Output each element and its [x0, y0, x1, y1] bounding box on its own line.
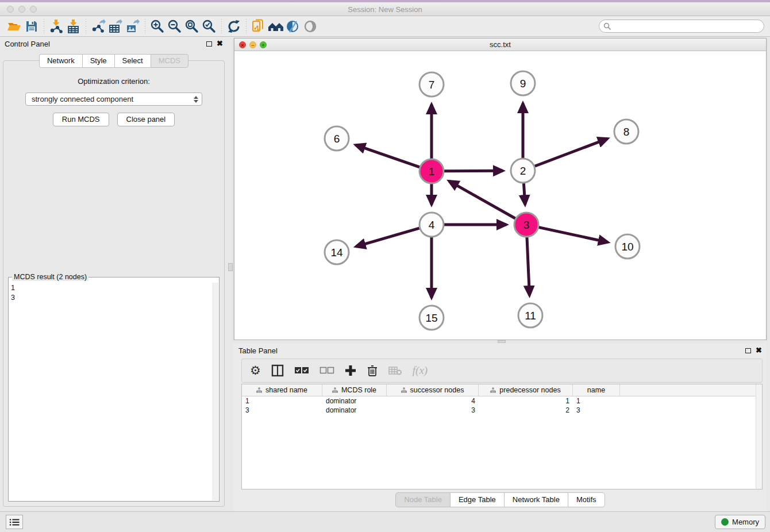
mcds-result-text[interactable]: 1 3	[11, 283, 212, 500]
tab-node-table[interactable]: Node Table	[395, 492, 450, 507]
save-session-button[interactable]	[23, 18, 40, 34]
first-neighbors-button[interactable]	[225, 18, 242, 34]
column-header-MCDS-role[interactable]: MCDS role	[322, 384, 387, 396]
edge-3-10[interactable]	[539, 228, 608, 242]
table-cell[interactable]: 1	[242, 396, 322, 406]
save-session-icon	[25, 20, 38, 33]
task-history-button[interactable]	[6, 515, 23, 529]
delete-table-icon	[388, 365, 402, 376]
export-image-button[interactable]	[124, 18, 141, 34]
import-table-icon	[66, 19, 81, 34]
toolbar-separator	[145, 19, 145, 34]
delete-column-button[interactable]	[367, 363, 378, 379]
node-table: shared nameMCDS rolesuccessor nodesprede…	[241, 384, 763, 489]
zoom-out-button[interactable]	[166, 18, 183, 34]
edge-3-1[interactable]	[449, 181, 515, 218]
float-panel-icon[interactable]	[745, 348, 751, 353]
criterion-select[interactable]: strongly connected component	[25, 92, 202, 106]
splitter-handle[interactable]	[228, 263, 233, 271]
edge-3-11[interactable]	[527, 237, 529, 295]
network-view-window: × − + scc.txt 7968124314101511	[234, 38, 767, 340]
open-session-button[interactable]	[6, 18, 23, 34]
search-area	[599, 20, 764, 33]
export-table-button[interactable]	[107, 18, 124, 34]
zoom-selected-button[interactable]	[201, 18, 218, 34]
select-stepper-icon	[194, 96, 198, 103]
float-panel-icon[interactable]	[206, 41, 212, 47]
column-header-name[interactable]: name	[573, 384, 620, 396]
node-label-6: 6	[334, 133, 340, 145]
tab-network[interactable]: Network	[39, 54, 82, 68]
home-icon	[267, 20, 284, 33]
function-builder-button[interactable]: f(x)	[413, 363, 428, 379]
edge-4-14[interactable]	[356, 228, 419, 246]
tab-edge-table[interactable]: Edge Table	[450, 492, 504, 507]
select-all-columns-button[interactable]	[294, 363, 309, 379]
splitter-handle[interactable]	[498, 340, 506, 343]
memory-button[interactable]: Memory	[715, 515, 765, 529]
control-panel-header: Control Panel ✖	[0, 37, 228, 51]
export-network-button[interactable]	[90, 18, 107, 34]
zoom-fit-button[interactable]	[183, 18, 201, 34]
close-panel-button[interactable]: Close panel	[117, 113, 175, 126]
network-window-titlebar[interactable]: × − + scc.txt	[234, 38, 766, 51]
table-cell[interactable]: 1	[479, 396, 573, 406]
column-pane-button[interactable]	[271, 363, 284, 379]
hide-details-button[interactable]	[284, 18, 302, 34]
table-row[interactable]: 1dominator411	[242, 396, 762, 406]
table-settings-button[interactable]: ⚙	[250, 363, 261, 379]
table-cell[interactable]: dominator	[322, 396, 387, 406]
vertical-splitter[interactable]	[228, 37, 234, 511]
control-panel-tabs: Network Style Select MCDS	[0, 54, 228, 68]
column-pane-icon	[271, 364, 284, 377]
import-network-button[interactable]	[48, 18, 65, 34]
export-network-icon	[91, 19, 106, 34]
network-window-title: scc.txt	[234, 40, 766, 49]
column-header-successor-nodes[interactable]: successor nodes	[387, 384, 479, 396]
edge-2-8[interactable]	[535, 138, 608, 166]
network-canvas[interactable]: 7968124314101511	[234, 51, 766, 340]
table-cell[interactable]: 3	[573, 406, 620, 415]
bird-button[interactable]	[302, 18, 319, 34]
toolbar-separator	[86, 19, 86, 34]
memory-status-icon	[721, 518, 729, 526]
bird-icon	[303, 19, 318, 34]
node-label-9: 9	[520, 78, 526, 90]
tab-mcds[interactable]: MCDS	[151, 54, 188, 68]
unselect-all-columns-button[interactable]	[319, 363, 334, 379]
tab-motifs[interactable]: Motifs	[568, 492, 605, 507]
import-table-button[interactable]	[65, 18, 82, 34]
home-button[interactable]	[267, 18, 284, 34]
select-all-columns-icon	[294, 367, 309, 375]
node-label-7: 7	[429, 79, 435, 91]
column-header-predecessor-nodes[interactable]: predecessor nodes	[479, 384, 573, 396]
table-cell[interactable]: 3	[242, 406, 322, 415]
column-header-shared-name[interactable]: shared name	[242, 384, 322, 396]
table-cell[interactable]: 2	[479, 406, 573, 415]
main-toolbar	[0, 16, 770, 37]
result-scrollbar[interactable]	[212, 283, 218, 500]
tab-network-table[interactable]: Network Table	[504, 492, 568, 507]
table-scrollbar[interactable]	[756, 384, 762, 489]
table-cell[interactable]: 1	[573, 396, 620, 406]
table-cell[interactable]: 4	[387, 396, 479, 406]
tab-style[interactable]: Style	[82, 54, 114, 68]
close-panel-icon[interactable]: ✖	[756, 348, 762, 353]
tab-select[interactable]: Select	[114, 54, 151, 68]
add-column-button[interactable]	[345, 363, 356, 379]
criterion-value: strongly connected component	[32, 95, 133, 103]
close-panel-icon[interactable]: ✖	[217, 41, 223, 47]
clone-network-button[interactable]	[250, 18, 267, 34]
column-label: shared name	[265, 386, 307, 394]
network-graph[interactable]: 7968124314101511	[234, 51, 766, 340]
edge-1-6[interactable]	[356, 145, 419, 167]
run-mcds-button[interactable]: Run MCDS	[53, 113, 109, 126]
table-cell[interactable]: dominator	[322, 406, 387, 415]
table-row[interactable]: 3dominator323	[242, 406, 762, 415]
table-cell[interactable]: 3	[387, 406, 479, 415]
delete-table-button[interactable]	[388, 363, 402, 379]
edge-2-3[interactable]	[523, 183, 525, 205]
edge-1-2[interactable]	[444, 171, 503, 171]
search-input[interactable]	[599, 20, 764, 33]
zoom-in-button[interactable]	[149, 18, 166, 34]
